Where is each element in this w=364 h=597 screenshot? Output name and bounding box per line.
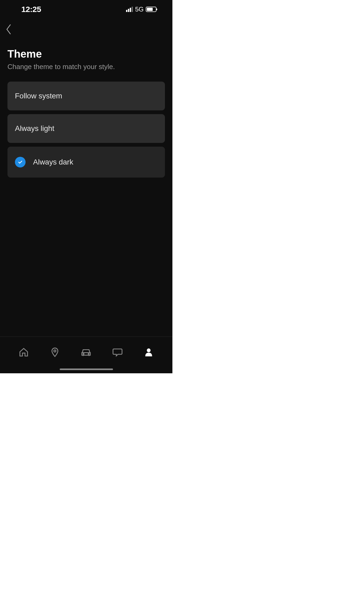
page-title: Theme [0, 35, 172, 63]
header [0, 16, 172, 35]
signal-bars-icon [126, 7, 133, 12]
svg-point-0 [54, 350, 56, 352]
car-icon [80, 347, 92, 357]
nav-home[interactable] [17, 346, 30, 359]
option-follow-system[interactable]: Follow system [7, 82, 165, 110]
option-label: Follow system [15, 92, 62, 100]
nav-chat[interactable] [111, 346, 124, 359]
nav-car[interactable] [79, 346, 93, 359]
battery-icon [146, 7, 156, 12]
status-time: 12:25 [21, 5, 41, 14]
back-button[interactable] [5, 24, 16, 35]
page-subtitle: Change theme to match your style. [0, 63, 172, 82]
status-right: 5G [126, 6, 156, 13]
home-indicator[interactable] [60, 368, 113, 370]
svg-point-1 [83, 353, 84, 354]
svg-point-3 [147, 349, 150, 352]
option-always-light[interactable]: Always light [7, 114, 165, 143]
check-icon [15, 157, 26, 167]
chat-icon [112, 347, 123, 357]
options-list: Follow system Always light Always dark [0, 82, 172, 178]
nav-location[interactable] [48, 346, 62, 359]
option-always-dark[interactable]: Always dark [7, 147, 165, 178]
status-bar: 12:25 5G [0, 0, 172, 16]
nav-profile[interactable] [142, 346, 155, 359]
bottom-nav [0, 336, 172, 373]
svg-point-2 [88, 353, 89, 354]
chevron-left-icon [5, 24, 12, 35]
option-label: Always light [15, 124, 54, 133]
phone-frame: 12:25 5G Theme Change theme to match you… [0, 0, 172, 373]
option-label: Always dark [33, 158, 73, 166]
network-type: 5G [135, 6, 144, 13]
home-icon [19, 347, 29, 357]
pin-icon [50, 347, 60, 357]
person-icon [144, 347, 153, 357]
